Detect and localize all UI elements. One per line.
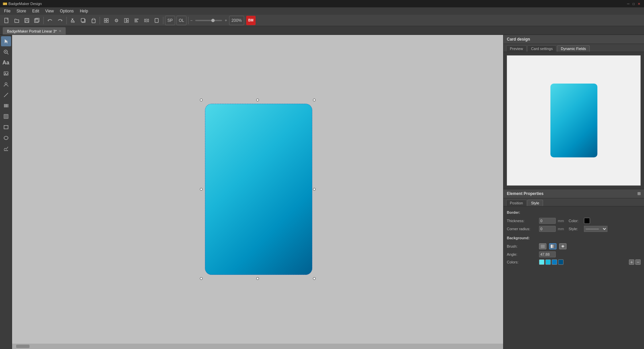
- layout-button[interactable]: [122, 16, 131, 25]
- tabbar: BadgeMaker Portrait Linear 3* ✕: [0, 26, 644, 35]
- color-swatches-row: [539, 259, 564, 265]
- barcode-tool[interactable]: [1, 101, 11, 111]
- image-tool[interactable]: [1, 68, 11, 79]
- sp-button[interactable]: SP: [165, 16, 175, 25]
- zoom-value[interactable]: 200%: [229, 16, 244, 25]
- element-properties-expand-icon[interactable]: ⊞: [637, 191, 641, 196]
- ellipse-tool[interactable]: [1, 133, 11, 143]
- text-tool[interactable]: Aa: [1, 58, 11, 68]
- menu-store[interactable]: Store: [14, 8, 29, 14]
- tools-panel: Aa: [0, 35, 12, 349]
- app-title: BadgeMaker Design: [8, 2, 42, 6]
- svg-rect-46: [4, 126, 8, 129]
- copy-button[interactable]: [78, 16, 88, 25]
- svg-rect-48: [4, 150, 8, 151]
- cut-button[interactable]: [68, 16, 78, 25]
- color-swatch-1[interactable]: [545, 259, 551, 265]
- colors-row: Colors: + −: [507, 259, 641, 265]
- toolbar-sep-3: [100, 17, 100, 24]
- align-button[interactable]: [132, 16, 141, 25]
- rectangle-tool[interactable]: [1, 122, 11, 132]
- brush-solid-button[interactable]: [539, 243, 546, 249]
- toolbar-sep-1: [43, 17, 44, 24]
- settings-button[interactable]: ⚙: [112, 16, 121, 25]
- border-corner-row: Corner radius: mm Style: ───── - - - · ·…: [507, 226, 641, 232]
- new-button[interactable]: [2, 16, 11, 25]
- close-button[interactable]: ✕: [637, 1, 641, 6]
- hscroll-thumb[interactable]: [16, 345, 30, 348]
- handle-bottom-right[interactable]: [313, 277, 316, 280]
- titlebar-controls: ─ □ ✕: [626, 1, 641, 6]
- thickness-input[interactable]: [539, 218, 556, 224]
- svg-point-32: [5, 73, 6, 74]
- brush-gradient-linear-button[interactable]: [549, 243, 556, 249]
- select-tool[interactable]: [1, 36, 11, 46]
- tab-preview[interactable]: Preview: [506, 45, 527, 52]
- svg-rect-22: [135, 21, 138, 22]
- zoom-tool[interactable]: [1, 47, 11, 57]
- minimize-button[interactable]: ─: [626, 1, 631, 6]
- handle-bottom-left[interactable]: [200, 277, 203, 280]
- grid-tool[interactable]: [1, 111, 11, 121]
- menu-options[interactable]: Options: [57, 8, 76, 14]
- line-tool[interactable]: [1, 90, 11, 100]
- signature-tool[interactable]: [1, 144, 11, 154]
- menu-edit[interactable]: Edit: [30, 8, 42, 14]
- svg-point-8: [73, 21, 74, 22]
- color-swatch-2[interactable]: [552, 259, 557, 265]
- card-size-button[interactable]: [152, 16, 161, 25]
- save-all-button[interactable]: [32, 16, 42, 25]
- thickness-label: Thickness:: [507, 219, 537, 223]
- tab-card-settings[interactable]: Card settings: [527, 45, 556, 52]
- remove-color-button[interactable]: −: [635, 259, 641, 265]
- canvas-card[interactable]: [205, 104, 312, 275]
- tab-dynamic-fields[interactable]: Dynamic Fields: [557, 45, 590, 52]
- grid-button[interactable]: [102, 16, 111, 25]
- corner-radius-input[interactable]: [539, 226, 556, 232]
- person-tool[interactable]: [1, 79, 11, 89]
- color-swatch-0[interactable]: [539, 259, 544, 265]
- canvas-area[interactable]: [12, 35, 503, 349]
- maximize-button[interactable]: □: [631, 1, 636, 6]
- handle-middle-left[interactable]: [200, 188, 203, 191]
- brush-gradient-radial-button[interactable]: [559, 243, 567, 249]
- color-label: Color:: [569, 219, 582, 223]
- color-swatch-3[interactable]: [558, 259, 564, 265]
- handle-bottom-middle[interactable]: [256, 277, 259, 280]
- handle-top-middle[interactable]: [256, 99, 259, 101]
- titlebar-title: 🎫 BadgeMaker Design: [3, 2, 42, 6]
- svg-rect-21: [135, 20, 137, 21]
- open-button[interactable]: [12, 16, 21, 25]
- zoom-slider[interactable]: [195, 20, 222, 21]
- border-style-select[interactable]: ───── - - - · · ·: [584, 226, 607, 232]
- svg-rect-23: [145, 19, 146, 22]
- svg-rect-14: [107, 18, 108, 20]
- canvas-hscroll[interactable]: [12, 344, 503, 349]
- tab-style[interactable]: Style: [527, 200, 543, 206]
- corner-radius-unit: mm: [558, 227, 564, 231]
- tab-close-button[interactable]: ✕: [59, 29, 61, 33]
- zoom-control: − +: [190, 18, 227, 23]
- menu-help[interactable]: Help: [77, 8, 91, 14]
- angle-input[interactable]: [539, 251, 556, 257]
- background-section-row: Background:: [507, 235, 641, 241]
- handle-top-left[interactable]: [200, 99, 203, 101]
- tab-position[interactable]: Position: [506, 200, 527, 206]
- svg-rect-41: [4, 114, 8, 118]
- save-button[interactable]: [22, 16, 32, 25]
- redo-button[interactable]: [55, 16, 65, 25]
- handle-middle-right[interactable]: [313, 188, 316, 191]
- undo-button[interactable]: [45, 16, 55, 25]
- tab-main[interactable]: BadgeMaker Portrait Linear 3* ✕: [3, 27, 66, 35]
- svg-rect-37: [6, 104, 6, 107]
- menu-file[interactable]: File: [1, 8, 13, 14]
- add-color-button[interactable]: +: [629, 259, 634, 265]
- handle-top-right[interactable]: [313, 99, 316, 101]
- svg-line-28: [7, 53, 8, 54]
- ol-button[interactable]: OL: [176, 16, 186, 25]
- bm-logo-button[interactable]: BM: [246, 16, 256, 25]
- menu-view[interactable]: View: [43, 8, 57, 14]
- distribute-button[interactable]: [142, 16, 151, 25]
- paste-button[interactable]: [89, 16, 98, 25]
- border-color-swatch[interactable]: [584, 218, 590, 224]
